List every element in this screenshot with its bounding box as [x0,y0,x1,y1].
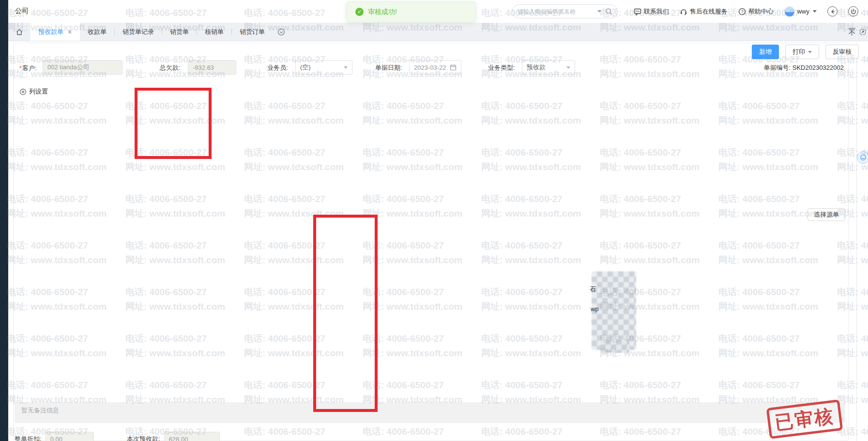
tab-writeoff[interactable]: 核销单 [197,23,231,41]
after-sales-label: 售后在线服务 [690,7,728,16]
tab-label: 核销单 [205,28,224,36]
doc-date-label: 单据日期: [375,63,402,72]
tab-label: 销货单 [170,28,189,36]
search-icon[interactable] [605,8,612,15]
back-button[interactable] [827,6,838,16]
question-circle-icon: ? [738,8,746,16]
home-icon [15,28,23,36]
tabbar-right-tools: 不 [849,23,866,41]
calendar-icon[interactable] [450,64,457,71]
unaudit-button[interactable]: 反审核 [825,45,859,59]
biz-type-label: 业务类型: [488,63,515,72]
tabs-more-icon [277,28,285,36]
fullscreen-icon[interactable] [859,29,866,35]
product-search[interactable] [512,4,618,18]
floating-helper-button[interactable] [857,151,868,164]
tab-label: 销货订单 [240,28,265,36]
right-panel-divider [856,43,857,441]
helper-icon [860,154,867,161]
back-to-top-icon[interactable]: 不 [849,28,855,36]
collapsed-sidebar[interactable] [0,0,8,441]
tabs-more-button[interactable] [273,23,290,41]
censored-address-blur [600,339,629,353]
tab-label: 收款单 [88,28,107,36]
username-label: wwy [797,8,809,15]
chat-icon [634,8,641,16]
total-debt-label: 总欠款: [160,63,181,72]
salesman-label: 业务员: [267,63,288,72]
help-center-label: 帮助中心 [748,7,774,16]
add-button[interactable]: 新增 [752,45,779,59]
tabbar: 预收款单 ✕ 收款单 销货单记录 销货单 核销单 销货订单 不 [8,23,868,41]
total-debt-field[interactable]: -932.63 [188,60,236,75]
tab-label: 预收款单 [38,28,63,36]
avatar [784,6,795,17]
user-menu[interactable]: wwy [784,6,817,17]
success-toast: ✓ 审核成功! [346,1,476,22]
column-settings-button[interactable]: 列设置 [19,87,48,96]
tab-sales-record[interactable]: 销货单记录 [115,23,162,41]
tab-home[interactable] [8,23,30,41]
print-button[interactable]: 打印 [785,45,819,59]
search-category-caret-icon[interactable] [597,10,601,13]
tab-receipt[interactable]: 收款单 [80,23,114,41]
back-arrow-icon [830,9,836,15]
tab-sales-order-doc[interactable]: 销货单 [162,23,197,41]
customer-field[interactable]: 002 tianda公司 [43,60,122,75]
contact-us-link[interactable]: 联系我们 [634,7,669,16]
help-center-link[interactable]: ? 帮助中心 [738,7,774,16]
prepay-label: 本次预收款: [127,435,160,441]
search-input[interactable] [518,8,595,15]
salesman-value: (空) [300,63,311,72]
print-caret-icon [808,51,812,53]
power-icon [851,9,856,15]
required-star: * [19,64,22,72]
headset-icon [680,8,687,16]
doc-date-field[interactable]: 2023-03-22 [409,60,461,75]
biz-type-value: 预收款 [527,63,546,72]
toolbar: 新增 打印 反审核 [752,45,859,59]
biz-type-caret-icon [566,66,570,69]
svg-text:?: ? [741,9,743,14]
success-check-icon: ✓ [355,8,364,16]
document-card [13,43,849,441]
salesman-caret-icon [344,66,348,69]
tab-close-icon[interactable]: ✕ [67,29,72,35]
doc-date-value: 2023-03-22 [414,64,446,71]
prepay-field-group: 本次预收款: 628.00 [127,432,220,441]
app-window: 公司 联系我们 售后在线服务 ? 帮助中心 wwy [0,0,868,441]
column-settings-label: 列设置 [29,87,48,96]
doc-number: 单据编号: SKD20230322002 [764,63,844,72]
biz-type-select[interactable]: 预收款 [522,60,575,75]
remark-textarea[interactable]: 暂无备注信息 [15,402,845,423]
select-source-button[interactable]: 选择源单 [807,208,845,221]
tab-active-prepayment[interactable]: 预收款单 ✕ [30,23,80,41]
discount-label: 整单折扣: [15,435,42,441]
tab-label: 销货单记录 [122,28,154,36]
column-settings-icon [19,88,27,95]
address-fragment: wp [591,305,599,313]
logout-button[interactable] [848,6,858,16]
discount-field-group: 整单折扣: 0.00 [15,432,94,441]
discount-field[interactable]: 0.00 [46,432,94,441]
print-label: 打印 [792,47,805,56]
customer-label: *客户: [19,63,37,73]
salesman-select[interactable]: (空) [295,60,352,75]
topbar-links: 联系我们 售后在线服务 ? 帮助中心 wwy [634,0,858,23]
after-sales-service-link[interactable]: 售后在线服务 [680,7,728,16]
contact-us-label: 联系我们 [644,7,669,16]
user-menu-caret-icon [813,10,817,13]
remark-placeholder: 暂无备注信息 [21,406,59,415]
prepay-field[interactable]: 628.00 [164,432,220,441]
company-label: 公司 [15,7,29,16]
address-fragment: 石 [590,285,596,294]
toast-message: 审核成功! [368,8,397,16]
tab-sales-orders[interactable]: 销货订单 [232,23,273,41]
